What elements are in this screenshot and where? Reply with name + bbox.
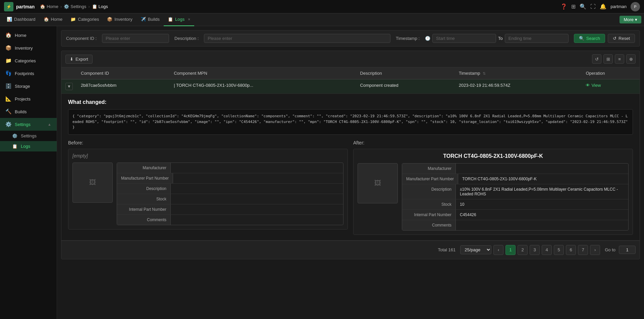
expand-cell: ▼ (61, 79, 77, 94)
after-content: TORCH CT4G-0805-2X1-100V-6800pF-K 🖼 (353, 149, 633, 235)
home-sidebar-icon: 🏠 (5, 32, 11, 38)
col-operation: Operation (582, 67, 640, 79)
expanded-content-row: What changed: { "category": "pguj3t6mjzm… (61, 94, 640, 241)
refresh-button[interactable]: ↺ (592, 54, 601, 64)
sidebar-item-builds[interactable]: 🔨 Builds (0, 105, 57, 118)
sidebar-item-categories[interactable]: 📁 Categories (0, 54, 57, 67)
categories-tab-icon: 📁 (70, 17, 76, 22)
home-icon: 🏠 (40, 4, 45, 9)
grid-icon[interactable]: ⊞ (571, 3, 576, 10)
after-section: After: TORCH CT4G-0805-2X1-100V-6800pF-K… (353, 140, 633, 235)
filter-bar: Component ID : Description : Timestamp :… (61, 30, 640, 47)
per-page-select[interactable]: 10/page25/page50/page100/page (460, 245, 491, 254)
topbar-right: ❓ ⊞ 🔍 ⛶ 🔔 partman P (560, 2, 640, 11)
start-time-input[interactable] (432, 34, 496, 43)
search-icon[interactable]: 🔍 (580, 3, 586, 10)
before-field-mpn: Manufacturer Part Number (117, 173, 343, 184)
component-mpn-cell: | TORCH CT4G-0805-2X1-100V-6800p... (170, 79, 356, 94)
page-5-button[interactable]: 5 (554, 245, 564, 255)
tab-categories[interactable]: 📁 Categories (66, 13, 103, 26)
page-6-button[interactable]: 6 (566, 245, 576, 255)
toolbar-right: ↺ ⊞ ≡ ⊕ (592, 54, 636, 64)
col-expand (61, 67, 77, 79)
page-2-button[interactable]: 2 (518, 245, 528, 255)
user-avatar[interactable]: P (631, 2, 640, 11)
expand-button[interactable]: ▼ (65, 83, 73, 90)
timestamp-label: Timestamp : (396, 36, 420, 41)
tab-close-button[interactable]: × (188, 17, 190, 22)
sidebar-item-inventory[interactable]: 📦 Inventory (0, 42, 57, 54)
help-icon[interactable]: ❓ (560, 3, 567, 10)
before-image: 🖼 (72, 163, 113, 203)
before-field-manufacturer: Manufacturer (117, 163, 343, 173)
breadcrumb-logs[interactable]: 📋 Logs (92, 4, 108, 9)
page-7-button[interactable]: 7 (578, 245, 588, 255)
sidebar-item-projects[interactable]: 📐 Projects (0, 92, 57, 105)
more-button[interactable]: More ▾ (620, 16, 641, 23)
filter-button[interactable]: ≡ (615, 54, 624, 64)
tabs-right: More ▾ (620, 16, 641, 23)
timestamp-cell: 2023-02-19 21:46:59.574Z (455, 79, 582, 94)
component-id-input[interactable] (102, 34, 169, 43)
tabs-bar: 📊 Dashboard 🏠 Home 📁 Categories 📦 Invent… (0, 13, 644, 26)
logo-icon: ⚡ (4, 2, 13, 11)
after-field-stock: Stock 10 (402, 199, 628, 210)
sidebar-item-settings-sub[interactable]: ⚙️ Settings (0, 131, 57, 141)
breadcrumb-home[interactable]: 🏠 Home (40, 4, 58, 9)
before-section: Before: [empty] 🖼 (68, 140, 348, 235)
view-link[interactable]: 👁 View (586, 83, 636, 88)
image-placeholder-icon: 🖼 (89, 179, 96, 186)
projects-sidebar-icon: 📐 (5, 96, 11, 102)
sidebar-item-home[interactable]: 🏠 Home (0, 29, 57, 42)
tab-dashboard[interactable]: 📊 Dashboard (3, 13, 40, 26)
username-label: partman (610, 4, 627, 9)
before-label: Before: (68, 140, 348, 145)
col-timestamp[interactable]: Timestamp ⇅ (455, 67, 582, 79)
sidebar-item-settings-parent[interactable]: ⚙️ Settings ▲ (0, 118, 57, 131)
description-input[interactable] (204, 34, 390, 43)
after-field-description: Description ±10% 100V 6.8nF 2X1 Radial L… (402, 184, 628, 199)
reset-btn-icon: ↺ (613, 36, 616, 41)
sidebar-item-logs[interactable]: 📋 Logs (0, 141, 57, 151)
notification-icon[interactable]: 🔔 (600, 3, 606, 10)
page-4-button[interactable]: 4 (542, 245, 552, 255)
page-3-button[interactable]: 3 (530, 245, 540, 255)
expanded-content: What changed: { "category": "pguj3t6mjzm… (61, 94, 640, 241)
expand-icon[interactable]: ⛶ (590, 4, 596, 10)
table-toolbar: ⬇ Export ↺ ⊞ ≡ ⊕ (61, 51, 640, 67)
fullscreen-button[interactable]: ⊕ (626, 54, 636, 64)
breadcrumb-settings[interactable]: ⚙️ Settings (64, 4, 86, 9)
pagination: Total 161 10/page25/page50/page100/page … (61, 241, 640, 259)
after-title: TORCH CT4G-0805-2X1-100V-6800pF-K (358, 153, 629, 159)
logs-tab-icon: 📋 (168, 17, 173, 22)
filter-actions: 🔍 Search ↺ Reset (574, 34, 635, 43)
goto-input[interactable] (619, 246, 636, 254)
categories-sidebar-icon: 📁 (5, 58, 11, 64)
eye-icon: 👁 (586, 83, 590, 88)
end-time-input[interactable] (505, 34, 569, 43)
logs-table: Component ID Component MPN Description T… (61, 67, 640, 241)
total-label: Total 161 (438, 247, 455, 252)
reset-button[interactable]: ↺ Reset (608, 34, 635, 43)
before-field-stock: Stock (117, 194, 343, 204)
sidebar-item-footprints[interactable]: 👣 Footprints (0, 67, 57, 80)
before-field-description: Description (117, 184, 343, 194)
chevron-down-icon: ▾ (635, 17, 637, 22)
settings-sidebar-icon: ⚙️ (5, 121, 11, 127)
columns-button[interactable]: ⊞ (603, 54, 613, 64)
next-page-button[interactable]: › (590, 245, 600, 255)
tab-inventory[interactable]: 📦 Inventory (103, 13, 136, 26)
tab-home[interactable]: 🏠 Home (40, 13, 67, 26)
prev-page-button[interactable]: ‹ (493, 245, 503, 255)
tab-builds[interactable]: ✈️ Builds (137, 13, 164, 26)
dashboard-tab-icon: 📊 (7, 17, 12, 22)
tab-logs[interactable]: 📋 Logs × (164, 13, 194, 26)
before-fields: Manufacturer Manufacturer Part Number (117, 163, 343, 225)
app-logo[interactable]: ⚡ partman (4, 2, 35, 11)
settings-submenu: ⚙️ Settings 📋 Logs (0, 131, 57, 151)
page-1-button[interactable]: 1 (505, 245, 516, 255)
json-block: { "category": "pguj3t6mjzmcb1c", "collec… (68, 109, 633, 135)
search-button[interactable]: 🔍 Search (574, 34, 605, 43)
sidebar-item-storage[interactable]: 🗄️ Storage (0, 80, 57, 92)
export-button[interactable]: ⬇ Export (65, 55, 93, 64)
